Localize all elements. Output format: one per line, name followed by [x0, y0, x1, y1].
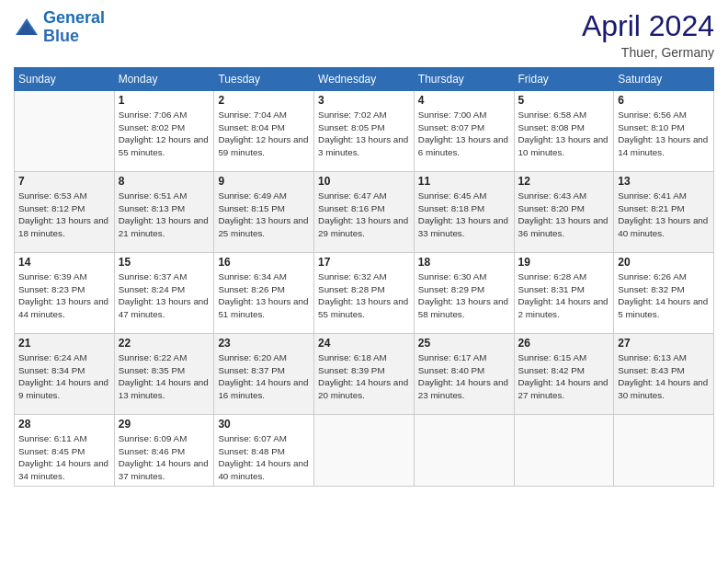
- day-info: Sunrise: 6:18 AMSunset: 8:39 PMDaylight:…: [318, 351, 410, 402]
- calendar-cell: 13Sunrise: 6:41 AMSunset: 8:21 PMDayligh…: [614, 172, 714, 253]
- day-number: 28: [18, 418, 110, 431]
- day-number: 17: [318, 256, 410, 269]
- logo: General Blue: [14, 9, 105, 46]
- calendar-cell: 29Sunrise: 6:09 AMSunset: 8:46 PMDayligh…: [114, 415, 214, 487]
- day-number: 2: [218, 94, 310, 107]
- weekday-header-sunday: Sunday: [15, 68, 115, 91]
- calendar-cell: 23Sunrise: 6:20 AMSunset: 8:37 PMDayligh…: [214, 334, 314, 415]
- title-block: April 2024 Thuer, Germany: [582, 9, 714, 60]
- day-number: 16: [218, 256, 310, 269]
- weekday-header-friday: Friday: [514, 68, 614, 91]
- calendar-cell: 25Sunrise: 6:17 AMSunset: 8:40 PMDayligh…: [414, 334, 514, 415]
- weekday-header-wednesday: Wednesday: [314, 68, 415, 91]
- calendar-cell: 3Sunrise: 7:02 AMSunset: 8:05 PMDaylight…: [314, 91, 415, 172]
- day-number: 3: [318, 94, 410, 107]
- day-info: Sunrise: 6:20 AMSunset: 8:37 PMDaylight:…: [218, 351, 310, 402]
- day-info: Sunrise: 6:49 AMSunset: 8:15 PMDaylight:…: [218, 190, 310, 240]
- calendar-cell: 4Sunrise: 7:00 AMSunset: 8:07 PMDaylight…: [414, 91, 514, 172]
- day-info: Sunrise: 6:45 AMSunset: 8:18 PMDaylight:…: [418, 190, 510, 240]
- day-number: 4: [418, 94, 510, 107]
- day-info: Sunrise: 6:09 AMSunset: 8:46 PMDaylight:…: [119, 432, 210, 483]
- calendar-cell: 8Sunrise: 6:51 AMSunset: 8:13 PMDaylight…: [114, 172, 214, 253]
- calendar-cell: [314, 415, 415, 487]
- calendar-cell: 7Sunrise: 6:53 AMSunset: 8:12 PMDaylight…: [15, 172, 115, 253]
- day-info: Sunrise: 6:26 AMSunset: 8:32 PMDaylight:…: [618, 270, 710, 321]
- calendar-cell: 6Sunrise: 6:56 AMSunset: 8:10 PMDaylight…: [614, 91, 714, 172]
- day-number: 13: [618, 175, 710, 188]
- day-info: Sunrise: 6:56 AMSunset: 8:10 PMDaylight:…: [618, 109, 710, 159]
- weekday-header-tuesday: Tuesday: [214, 68, 314, 91]
- day-info: Sunrise: 6:53 AMSunset: 8:12 PMDaylight:…: [18, 190, 110, 240]
- day-info: Sunrise: 6:51 AMSunset: 8:13 PMDaylight:…: [119, 190, 210, 240]
- day-number: 29: [119, 418, 210, 431]
- day-info: Sunrise: 7:04 AMSunset: 8:04 PMDaylight:…: [218, 109, 310, 159]
- calendar-cell: 21Sunrise: 6:24 AMSunset: 8:34 PMDayligh…: [15, 334, 115, 415]
- day-number: 24: [318, 337, 410, 350]
- calendar-cell: 1Sunrise: 7:06 AMSunset: 8:02 PMDaylight…: [114, 91, 214, 172]
- day-info: Sunrise: 6:24 AMSunset: 8:34 PMDaylight:…: [18, 351, 110, 402]
- day-number: 7: [18, 175, 110, 188]
- calendar-table: SundayMondayTuesdayWednesdayThursdayFrid…: [14, 67, 714, 487]
- day-number: 30: [218, 418, 310, 431]
- day-info: Sunrise: 6:47 AMSunset: 8:16 PMDaylight:…: [318, 190, 410, 240]
- weekday-header-thursday: Thursday: [414, 68, 514, 91]
- calendar-cell: [414, 415, 514, 487]
- day-number: 23: [218, 337, 310, 350]
- day-info: Sunrise: 6:15 AMSunset: 8:42 PMDaylight:…: [518, 351, 610, 402]
- calendar-cell: 11Sunrise: 6:45 AMSunset: 8:18 PMDayligh…: [414, 172, 514, 253]
- calendar-cell: 19Sunrise: 6:28 AMSunset: 8:31 PMDayligh…: [514, 253, 614, 334]
- logo-icon: [14, 17, 40, 39]
- day-info: Sunrise: 6:22 AMSunset: 8:35 PMDaylight:…: [119, 351, 210, 402]
- day-info: Sunrise: 6:43 AMSunset: 8:20 PMDaylight:…: [518, 190, 610, 240]
- weekday-header-monday: Monday: [114, 68, 214, 91]
- calendar-cell: [514, 415, 614, 487]
- calendar-cell: 18Sunrise: 6:30 AMSunset: 8:29 PMDayligh…: [414, 253, 514, 334]
- calendar-cell: 27Sunrise: 6:13 AMSunset: 8:43 PMDayligh…: [614, 334, 714, 415]
- day-number: 26: [518, 337, 610, 350]
- calendar-cell: 12Sunrise: 6:43 AMSunset: 8:20 PMDayligh…: [514, 172, 614, 253]
- day-number: 14: [18, 256, 110, 269]
- calendar-page: General Blue April 2024 Thuer, Germany S…: [0, 0, 728, 563]
- day-number: 25: [418, 337, 510, 350]
- calendar-cell: 9Sunrise: 6:49 AMSunset: 8:15 PMDaylight…: [214, 172, 314, 253]
- calendar-cell: 2Sunrise: 7:04 AMSunset: 8:04 PMDaylight…: [214, 91, 314, 172]
- day-info: Sunrise: 6:11 AMSunset: 8:45 PMDaylight:…: [18, 432, 110, 483]
- day-number: 18: [418, 256, 510, 269]
- day-info: Sunrise: 7:06 AMSunset: 8:02 PMDaylight:…: [119, 109, 210, 159]
- day-number: 5: [518, 94, 610, 107]
- day-info: Sunrise: 6:41 AMSunset: 8:21 PMDaylight:…: [618, 190, 710, 240]
- day-number: 6: [618, 94, 710, 107]
- day-info: Sunrise: 6:37 AMSunset: 8:24 PMDaylight:…: [119, 270, 210, 321]
- day-number: 1: [119, 94, 210, 107]
- calendar-cell: 26Sunrise: 6:15 AMSunset: 8:42 PMDayligh…: [514, 334, 614, 415]
- day-number: 8: [119, 175, 210, 188]
- day-number: 22: [119, 337, 210, 350]
- calendar-cell: 15Sunrise: 6:37 AMSunset: 8:24 PMDayligh…: [114, 253, 214, 334]
- calendar-cell: 28Sunrise: 6:11 AMSunset: 8:45 PMDayligh…: [15, 415, 115, 487]
- month-year: April 2024: [582, 9, 714, 43]
- day-number: 15: [119, 256, 210, 269]
- page-header: General Blue April 2024 Thuer, Germany: [14, 9, 714, 60]
- day-number: 20: [618, 256, 710, 269]
- day-info: Sunrise: 6:58 AMSunset: 8:08 PMDaylight:…: [518, 109, 610, 159]
- day-info: Sunrise: 6:39 AMSunset: 8:23 PMDaylight:…: [18, 270, 110, 321]
- day-number: 9: [218, 175, 310, 188]
- calendar-cell: [614, 415, 714, 487]
- logo-text: General Blue: [43, 9, 105, 46]
- day-number: 21: [18, 337, 110, 350]
- day-number: 10: [318, 175, 410, 188]
- day-info: Sunrise: 6:13 AMSunset: 8:43 PMDaylight:…: [618, 351, 710, 402]
- day-info: Sunrise: 6:07 AMSunset: 8:48 PMDaylight:…: [218, 432, 310, 483]
- day-info: Sunrise: 6:30 AMSunset: 8:29 PMDaylight:…: [418, 270, 510, 321]
- calendar-cell: [15, 91, 115, 172]
- day-number: 19: [518, 256, 610, 269]
- calendar-cell: 22Sunrise: 6:22 AMSunset: 8:35 PMDayligh…: [114, 334, 214, 415]
- day-info: Sunrise: 6:32 AMSunset: 8:28 PMDaylight:…: [318, 270, 410, 321]
- day-number: 27: [618, 337, 710, 350]
- day-info: Sunrise: 6:17 AMSunset: 8:40 PMDaylight:…: [418, 351, 510, 402]
- day-info: Sunrise: 7:00 AMSunset: 8:07 PMDaylight:…: [418, 109, 510, 159]
- calendar-cell: 10Sunrise: 6:47 AMSunset: 8:16 PMDayligh…: [314, 172, 415, 253]
- calendar-cell: 30Sunrise: 6:07 AMSunset: 8:48 PMDayligh…: [214, 415, 314, 487]
- location: Thuer, Germany: [582, 45, 714, 60]
- calendar-cell: 17Sunrise: 6:32 AMSunset: 8:28 PMDayligh…: [314, 253, 415, 334]
